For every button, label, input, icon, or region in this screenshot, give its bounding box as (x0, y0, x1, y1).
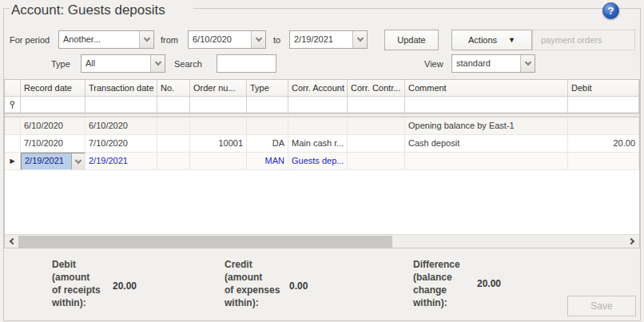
period-combobox[interactable]: Another... (58, 30, 154, 49)
cell-type[interactable] (247, 117, 288, 135)
dropdown-arrow-icon: ▼ (508, 36, 515, 44)
record-date-editor-value[interactable]: 2/19/2021 (22, 153, 71, 169)
chevron-down-icon[interactable] (520, 55, 535, 72)
actions-button[interactable]: Actions ▼ (451, 30, 532, 50)
from-date-value: 6/10/2020 (189, 31, 251, 48)
help-icon[interactable]: ? (602, 2, 619, 19)
filter-cell-debit[interactable] (568, 97, 639, 113)
cell-no[interactable] (157, 117, 190, 135)
grid-header-row: Record date Transaction date No. Order n… (5, 80, 639, 97)
cell-transaction-date[interactable]: 7/10/2020 (85, 135, 157, 153)
horizontal-scrollbar[interactable] (5, 234, 639, 248)
cell-comment[interactable]: Cash deposit (405, 135, 568, 153)
filter-cell-no[interactable] (157, 97, 190, 113)
search-label: Search (174, 54, 202, 74)
cell-comment[interactable]: Opening balance by East-1 (405, 117, 568, 135)
cell-transaction-date[interactable]: 2/19/2021 (85, 153, 157, 170)
cell-type[interactable]: MAN (247, 153, 288, 170)
column-header-debit[interactable]: Debit (568, 80, 639, 97)
scrollbar-thumb[interactable] (18, 236, 392, 248)
cell-corr-contractor[interactable] (348, 153, 405, 170)
filter-cell-order-number[interactable] (190, 97, 247, 113)
to-label: to (273, 30, 280, 50)
focused-row-marker-icon: ▶ (5, 153, 21, 170)
actions-button-label: Actions (468, 35, 497, 45)
payment-orders-button[interactable]: payment orders (532, 30, 635, 50)
search-input[interactable] (217, 54, 276, 73)
difference-total-value: 20.00 (477, 278, 501, 289)
cell-corr-contractor[interactable] (348, 135, 405, 153)
view-combobox[interactable]: standard (451, 54, 535, 73)
grid-empty-area (5, 170, 639, 234)
cell-record-date[interactable]: 7/10/2020 (21, 135, 85, 153)
filter-cell-record-date[interactable] (21, 97, 85, 113)
cell-corr-account[interactable] (288, 117, 348, 135)
chevron-down-icon[interactable] (150, 55, 165, 72)
payment-orders-label: payment orders (541, 35, 602, 45)
filter-pin-icon[interactable] (5, 97, 21, 113)
view-value: standard (452, 55, 520, 72)
chevron-down-icon[interactable] (71, 153, 85, 169)
scroll-right-icon[interactable] (626, 235, 639, 248)
cell-corr-account[interactable]: Guests dep... (288, 153, 348, 170)
column-header-record-date[interactable]: Record date (21, 80, 85, 97)
cell-corr-account[interactable]: Main cash r... (288, 135, 348, 153)
cell-comment[interactable] (405, 153, 568, 170)
save-button[interactable]: Save (567, 296, 636, 316)
transactions-grid: Record date Transaction date No. Order n… (4, 79, 640, 248)
column-header-type[interactable]: Type (247, 80, 288, 97)
filter-cell-corr-account[interactable] (288, 97, 348, 113)
column-header-order-number[interactable]: Order nu... (190, 80, 247, 97)
update-button[interactable]: Update (384, 30, 439, 50)
column-header-transaction-date[interactable]: Transaction date (85, 80, 157, 97)
filter-cell-comment[interactable] (405, 97, 568, 113)
column-header-corr-account[interactable]: Corr. Account (288, 80, 348, 97)
cell-no[interactable] (157, 153, 190, 170)
save-button-label: Save (590, 300, 612, 312)
table-row-focused[interactable]: ▶ 2/19/2021 2/19/2021 MAN Guests dep... (5, 153, 639, 170)
cell-corr-contractor[interactable] (348, 117, 405, 135)
column-header-comment[interactable]: Comment (405, 80, 568, 97)
cell-transaction-date[interactable]: 6/10/2020 (85, 117, 157, 135)
type-label: Type (51, 54, 70, 74)
table-row[interactable]: 6/10/2020 6/10/2020 Opening balance by E… (5, 117, 639, 135)
chevron-down-icon[interactable] (139, 31, 153, 48)
cell-type[interactable]: DA (247, 135, 288, 153)
filter-cell-transaction-date[interactable] (85, 97, 157, 113)
chevron-down-icon[interactable] (251, 31, 265, 48)
view-label: View (424, 54, 443, 74)
record-date-editor[interactable]: 2/19/2021 (21, 153, 85, 170)
chevron-down-icon[interactable] (352, 31, 367, 48)
cell-debit[interactable] (568, 117, 639, 135)
cell-order-number[interactable] (190, 153, 247, 170)
difference-total-label: Difference (balance change within): (413, 258, 481, 309)
from-date-combobox[interactable]: 6/10/2020 (188, 30, 266, 49)
cell-record-date[interactable]: 6/10/2020 (21, 117, 85, 135)
column-header-corr-contractor[interactable]: Corr. Contr... (348, 80, 405, 97)
debit-total-value: 20.00 (113, 280, 137, 292)
column-header-selector (5, 80, 21, 97)
cell-no[interactable] (157, 135, 190, 153)
type-value: All (81, 55, 150, 72)
row-selector-cell[interactable] (5, 117, 21, 135)
cell-debit[interactable]: 20.00 (568, 135, 639, 153)
cell-order-number[interactable] (190, 117, 247, 135)
to-date-combobox[interactable]: 2/19/2021 (289, 30, 368, 49)
groupbox-border-bottom (3, 320, 641, 321)
credit-total-value: 0.00 (289, 280, 308, 292)
table-row[interactable]: 7/10/2020 7/10/2020 10001 DA Main cash r… (5, 135, 639, 153)
page-title: Account: Guests deposits (11, 2, 165, 18)
groupbox-border-top-left (3, 8, 10, 9)
grid-filter-row (5, 97, 639, 113)
filter-cell-type[interactable] (247, 97, 288, 113)
period-value: Another... (59, 31, 139, 48)
groupbox-border-top (193, 8, 641, 9)
scroll-left-icon[interactable] (5, 235, 18, 248)
cell-debit[interactable] (568, 153, 639, 170)
cell-order-number[interactable]: 10001 (190, 135, 247, 153)
row-selector-cell[interactable] (5, 135, 21, 153)
filter-cell-corr-contractor[interactable] (348, 97, 405, 113)
column-header-no[interactable]: No. (157, 80, 190, 97)
type-combobox[interactable]: All (81, 54, 165, 73)
for-period-label: For period (10, 30, 50, 50)
